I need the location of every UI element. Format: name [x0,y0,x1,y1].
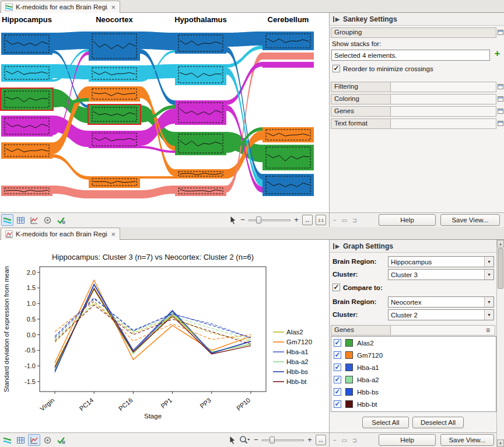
coloring-section-bar[interactable]: Coloring [331,94,496,104]
gene-checkbox[interactable]: ✓ [334,351,341,359]
brain-region-select-2[interactable]: Neocortex▼ [388,296,494,308]
help-button-graph[interactable]: Help [379,434,436,446]
sankey-node-hypothalamus-magenta[interactable] [175,100,226,125]
sankey-node-hypothalamus-salmon[interactable] [175,186,226,196]
sankey-node-cerebellum-blue[interactable] [262,174,314,196]
overview-view-button[interactable] [41,214,54,226]
compare-checkbox[interactable]: ✓ [332,284,340,291]
table-view-button-2[interactable] [15,434,27,446]
cluster-select-2[interactable]: Cluster 2▼ [388,309,494,320]
cursor-icon[interactable] [229,215,237,225]
deselect-all-button[interactable]: Deselect All [412,417,464,428]
scroll-up-icon[interactable]: ▲ [497,240,504,247]
zoom-out-button-2[interactable]: − [253,435,259,445]
save-view-button[interactable]: Save View... [440,214,500,226]
zoom-out-button[interactable]: − [240,215,246,225]
sankey-link[interactable] [52,154,89,180]
sankey-node-neocortex-orange[interactable] [89,176,140,188]
float-filtering-icon[interactable] [498,84,503,89]
sankey-link[interactable] [52,32,89,50]
vertical-scrollbar[interactable]: ▲ ▼ [496,240,504,447]
top-tab[interactable]: K-medoids for each Brain Regi... × [1,1,120,13]
sankey-node-cerebellum-orange[interactable] [262,127,314,142]
selection-field[interactable] [331,50,490,61]
gene-checkbox[interactable]: ✓ [334,376,341,383]
fit-width-icon-2[interactable]: ↔ [316,435,326,445]
zoom-tool-icon[interactable] [239,435,250,445]
reorder-checkbox[interactable]: ✓ [332,65,340,72]
sankey-node-hypothalamus-blue[interactable] [175,33,226,54]
float-grouping-icon[interactable] [498,30,503,35]
gene-color-swatch[interactable] [345,364,353,371]
one-to-one-icon[interactable]: 1:1 [316,215,326,225]
zoom-in-button-2[interactable]: + [307,435,313,445]
sankey-node-hypothalamus-green[interactable] [175,132,226,155]
gene-checkbox[interactable]: ✓ [334,364,341,371]
sankey-node-cerebellum-green[interactable] [262,145,314,170]
bottom-tab[interactable]: K-medoids for each Brain Regi... × [1,228,120,240]
sankey-link[interactable] [226,32,262,47]
sankey-link[interactable] [140,176,175,179]
tab-close-icon-bottom[interactable]: × [111,231,116,238]
panel-dock-icons[interactable]: − ▭ ⊐ [333,437,359,443]
sankey-node-neocortex-cyan[interactable] [89,65,140,82]
sankey-node-neocortex-green[interactable] [88,104,141,124]
sankey-node-hypothalamus-orange[interactable] [175,169,226,179]
gene-color-swatch[interactable] [345,400,353,408]
gene-checkbox[interactable]: ✓ [334,339,341,347]
gene-checkbox[interactable]: ✓ [334,400,341,408]
sankey-node-hypothalamus-cyan[interactable] [175,64,226,85]
collapse-panel-icon[interactable]: ▶ [333,243,340,249]
sankey-link[interactable] [140,32,175,50]
sankey-node-hippocampus-cyan[interactable] [1,64,52,82]
cursor-icon[interactable] [229,435,236,445]
sankey-node-cerebellum-blue[interactable] [262,32,314,50]
sankey-node-hippocampus-green[interactable] [1,88,53,110]
collapse-panel-icon[interactable]: ▶ [333,16,340,22]
sankey-link[interactable] [226,62,262,105]
panel-dock-icons[interactable]: − ▭ ⊐ [333,217,359,224]
zoom-slider-2[interactable] [262,435,304,445]
sankey-node-neocortex-orange[interactable] [89,86,140,102]
scroll-down-icon[interactable]: ▼ [497,439,504,447]
scrollbar-thumb[interactable] [498,248,503,289]
sankey-node-neocortex-salmon[interactable] [89,190,140,198]
gene-color-swatch[interactable] [345,376,353,383]
save-view-button-graph[interactable]: Save View... [440,434,494,446]
overview-view-button-2[interactable] [41,434,54,446]
sankey-view-button-2[interactable] [1,434,13,446]
cluster-select-1[interactable]: Cluster 3▼ [388,269,494,280]
zoom-in-button[interactable]: + [293,215,299,225]
tab-close-icon[interactable]: × [111,4,116,11]
gene-color-swatch[interactable] [345,351,353,359]
sankey-node-neocortex-magenta[interactable] [89,131,140,148]
sankey-node-cerebellum-salmon[interactable] [262,53,314,60]
sankey-node-hippocampus-magenta[interactable] [1,116,52,137]
gene-color-swatch[interactable] [345,388,353,396]
sankey-node-hippocampus-orange[interactable] [1,142,52,159]
zoom-slider[interactable] [249,215,290,225]
genes-section-bar-top[interactable]: Genes [331,106,496,117]
sankey-node-neocortex-blue[interactable] [89,32,140,61]
genes-section-bar[interactable]: Genes [331,325,495,336]
select-all-button[interactable]: Select All [362,417,409,428]
sankey-link[interactable] [140,186,175,198]
text-format-section-bar[interactable]: Text format [331,118,496,129]
brain-region-select-1[interactable]: Hippocampus▼ [388,256,494,267]
zoom-slider-thumb[interactable] [256,216,261,224]
genes-menu-icon[interactable]: ≡ [486,327,490,334]
sankey-node-hippocampus-blue[interactable] [1,33,52,55]
table-view-button[interactable] [15,214,27,226]
annotate-view-button[interactable] [55,214,67,226]
graph-view-button[interactable] [28,214,40,226]
float-coloring-icon[interactable] [498,96,503,102]
sankey-link[interactable] [52,186,89,198]
graph-view-button-2[interactable] [28,434,40,446]
float-text-format-icon[interactable] [498,121,503,126]
fit-width-icon[interactable]: ↔ [302,215,313,225]
help-button[interactable]: Help [379,214,436,226]
annotate-view-button-2[interactable] [55,434,67,446]
grouping-section-bar[interactable]: Grouping [331,27,496,38]
zoom-slider-thumb[interactable] [270,436,275,443]
sankey-node-cerebellum-magenta[interactable] [262,62,314,68]
